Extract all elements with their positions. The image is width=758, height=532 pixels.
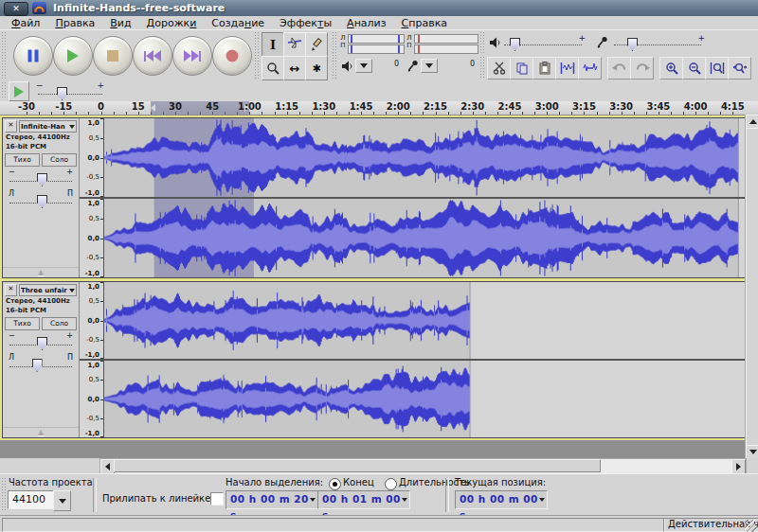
selection-length-radio[interactable]: [385, 478, 397, 490]
selection-start-timefield[interactable]: 00 h 00 m 20 s: [226, 490, 318, 509]
timeline-ruler[interactable]: -30-1501530451:001:151:301:452:002:152:3…: [0, 101, 758, 115]
stop-button[interactable]: [93, 36, 133, 76]
timeshift-tool-button[interactable]: ↔: [283, 56, 306, 80]
track-collapse-button[interactable]: ▲: [3, 427, 79, 437]
title-bar[interactable]: ✕ Infinite-Hands--free-software: [0, 0, 758, 17]
scroll-right-button[interactable]: [731, 459, 746, 474]
record-button[interactable]: [212, 36, 252, 76]
window-resize-grip[interactable]: [745, 520, 757, 532]
selection-toolbar-grip[interactable]: [1, 478, 7, 512]
track-waveform-right-channel[interactable]: [104, 199, 745, 277]
track-waveform-left-channel[interactable]: [104, 282, 745, 359]
selection-end-timefield[interactable]: 00 h 01 m 00 s: [317, 490, 410, 509]
audacity-logo-icon: [32, 2, 46, 14]
silence-audio-button[interactable]: [578, 57, 602, 80]
playback-speed-slider[interactable]: − +: [36, 83, 104, 98]
menu-4[interactable]: Создание: [204, 17, 272, 29]
skip-to-start-button[interactable]: [133, 36, 172, 76]
play-at-speed-button[interactable]: [9, 81, 29, 101]
pause-button[interactable]: [13, 36, 53, 76]
track-collapse-button[interactable]: ▲: [3, 267, 79, 277]
window-close-button[interactable]: ✕: [4, 2, 28, 16]
vertical-scrollbar[interactable]: [745, 115, 758, 458]
playback-speed-slider-thumb[interactable]: [57, 87, 67, 100]
fit-project-button[interactable]: [728, 57, 751, 80]
redo-button[interactable]: [630, 57, 654, 80]
mixer-toolbar-grip[interactable]: [479, 32, 485, 54]
menu-1[interactable]: Правка: [47, 17, 102, 29]
envelope-tool-button[interactable]: [283, 32, 306, 57]
horizontal-scrollbar[interactable]: [0, 458, 758, 473]
undo-button[interactable]: [607, 57, 631, 80]
track-close-button[interactable]: ✕: [5, 284, 17, 296]
gain-slider[interactable]: − +: [9, 331, 73, 352]
zoom-out-button[interactable]: [682, 57, 706, 80]
scroll-down-button[interactable]: [746, 445, 758, 459]
mute-button[interactable]: Тихо: [5, 317, 40, 330]
transport-toolbar-grip[interactable]: [1, 32, 7, 79]
track-close-button[interactable]: ✕: [5, 120, 17, 133]
recording-meter-menu-button[interactable]: [421, 59, 438, 73]
output-volume-slider[interactable]: +: [504, 36, 586, 49]
copy-button[interactable]: [510, 57, 533, 80]
selection-tool-button[interactable]: I: [262, 32, 284, 57]
project-rate-dropdown-button[interactable]: [53, 490, 71, 511]
selection-end-radio[interactable]: [329, 478, 341, 490]
solo-button[interactable]: Соло: [42, 317, 77, 330]
pan-slider[interactable]: Л П: [9, 189, 73, 210]
transcription-toolbar-grip[interactable]: [1, 82, 7, 99]
pan-slider-thumb[interactable]: [37, 195, 47, 208]
audacity-window: ✕ Infinite-Hands--free-software ФайлПрав…: [0, 0, 758, 532]
menu-7[interactable]: Справка: [394, 17, 455, 29]
ruler-time-label: -30: [18, 101, 35, 112]
vertical-scrollbar-thumb[interactable]: [746, 128, 758, 446]
pan-slider-thumb[interactable]: [32, 359, 43, 372]
meter-toolbar-grip[interactable]: [332, 32, 337, 79]
gain-slider[interactable]: − +: [9, 168, 73, 188]
gain-slider-thumb[interactable]: [37, 173, 47, 186]
track-area[interactable]: ✕ Infinite-Han Стерео, 44100Hz 16-bit PC…: [0, 115, 745, 458]
snap-to-checkbox[interactable]: [210, 492, 224, 505]
track-name-menu[interactable]: Three unfair: [19, 284, 77, 296]
magnifier-icon: [266, 62, 280, 75]
edit-toolbar-grip[interactable]: [479, 57, 485, 79]
track-control-panel: ✕ Three unfair Стерео, 44100Hz 16-bit PC…: [3, 282, 80, 437]
menu-0[interactable]: Файл: [4, 17, 47, 29]
playback-meter[interactable]: Л П: [339, 34, 405, 54]
audio-position-timefield[interactable]: 00 h 00 m 00 s: [455, 490, 548, 509]
window-title: Infinite-Hands--free-software: [53, 2, 225, 14]
tools-toolbar-grip[interactable]: [254, 32, 260, 79]
menu-3[interactable]: Дорожки: [139, 17, 205, 29]
fit-selection-button[interactable]: [705, 57, 729, 80]
zoom-in-button[interactable]: [659, 57, 683, 80]
track-waveform-left-channel[interactable]: [104, 118, 745, 197]
menu-2[interactable]: Вид: [102, 17, 138, 29]
skip-to-end-button[interactable]: [172, 36, 212, 76]
pan-slider[interactable]: Л П: [9, 353, 73, 374]
recording-meter[interactable]: Л П: [406, 34, 478, 54]
solo-button[interactable]: Соло: [42, 153, 77, 167]
ruler-selection-region[interactable]: [151, 101, 250, 115]
playback-meter-menu-button[interactable]: [355, 59, 372, 73]
play-button[interactable]: [53, 36, 93, 76]
horizontal-scrollbar-thumb[interactable]: [114, 459, 601, 472]
scroll-left-button[interactable]: [100, 459, 115, 474]
scroll-up-button[interactable]: [746, 115, 758, 129]
paste-button[interactable]: [532, 57, 556, 80]
draw-tool-button[interactable]: [305, 32, 328, 57]
multi-tool-button[interactable]: ✱: [305, 56, 328, 80]
input-volume-slider[interactable]: +: [614, 36, 705, 49]
track-waveform-right-channel[interactable]: [104, 361, 745, 437]
project-rate-combo[interactable]: 44100: [8, 490, 70, 509]
trim-audio-button[interactable]: [555, 57, 579, 80]
gain-slider-thumb[interactable]: [37, 337, 47, 350]
track-name-menu[interactable]: Infinite-Han: [19, 120, 77, 133]
zoom-tool-button[interactable]: [262, 56, 284, 80]
menu-6[interactable]: Анализ: [339, 17, 394, 29]
cut-button[interactable]: [487, 57, 511, 80]
selection-left-handle[interactable]: [151, 104, 155, 112]
input-volume-slider-thumb[interactable]: [627, 38, 638, 51]
menu-5[interactable]: Эффекты: [272, 17, 339, 29]
output-volume-slider-thumb[interactable]: [510, 38, 520, 51]
mute-button[interactable]: Тихо: [5, 153, 40, 167]
